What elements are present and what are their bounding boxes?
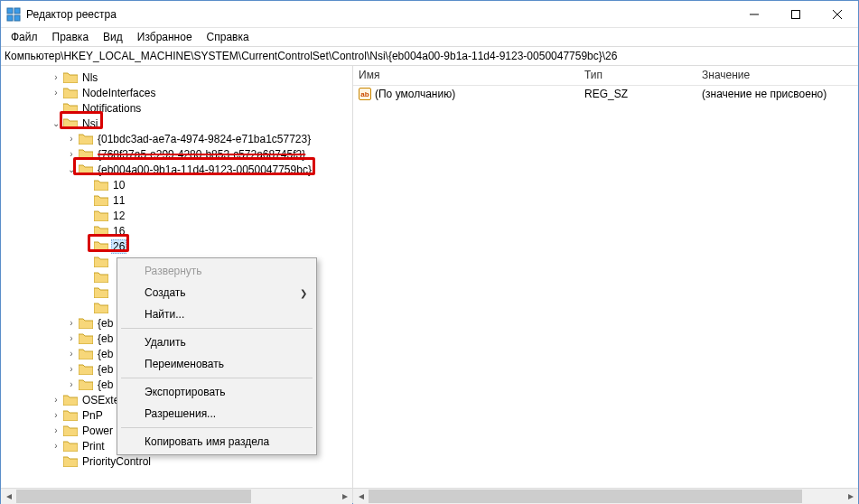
submenu-arrow-icon: ❯ [300,288,307,298]
scroll-left-icon[interactable]: ◂ [1,489,16,504]
tree-item[interactable]: ›Nls [1,70,352,85]
scroll-track[interactable] [16,489,337,504]
expand-icon[interactable]: › [64,149,79,159]
minimize-button[interactable] [733,1,775,27]
ctx-copy-key-name[interactable]: Копировать имя раздела [119,431,314,453]
expand-icon[interactable]: › [64,333,79,343]
tree-label: Power [80,425,115,437]
expand-icon[interactable]: › [64,364,79,374]
folder-icon [79,148,93,160]
expand-icon[interactable]: › [49,395,63,405]
expand-icon[interactable]: › [64,134,79,144]
folder-icon [79,332,93,344]
ctx-find[interactable]: Найти... [119,303,314,325]
svg-rect-5 [792,10,800,18]
folder-icon [63,455,78,467]
tree-item-nsi[interactable]: ⌄Nsi [1,116,352,131]
menu-file[interactable]: Файл [5,29,44,45]
list-view[interactable]: Имя Тип Значение ab(По умолчанию) REG_SZ… [353,66,858,488]
folder-icon [79,378,93,390]
col-name[interactable]: Имя [353,66,579,85]
tree-item[interactable]: Notifications [1,100,352,116]
folder-icon [63,102,78,114]
context-menu: Развернуть Создать❯ Найти... Удалить Пер… [117,257,317,455]
address-input[interactable] [5,50,854,62]
tree-label: {eb [96,378,115,391]
tree-label: {768f37a5-e299-4280-b853-c572a68745f3} [96,148,307,161]
tree-item[interactable]: 11 [1,192,352,208]
tree-label: {01bdc3ad-ae7a-4974-9824-e71ba1c57723} [96,133,313,145]
scroll-left-icon[interactable]: ◂ [353,489,369,504]
tree-label: 12 [111,210,126,222]
separator [121,427,313,428]
ctx-expand: Развернуть [119,260,314,282]
tree-label: 26 [111,239,126,254]
ctx-label: Разрешения... [145,407,216,420]
menu-help[interactable]: Справка [201,29,256,45]
tree-label: OSExte [80,394,121,406]
folder-icon [63,440,78,452]
scroll-right-icon[interactable]: ▸ [843,489,858,504]
close-button[interactable] [817,1,858,27]
tree-item-26[interactable]: 26 [1,238,352,254]
ctx-label: Экспортировать [145,386,226,398]
ctx-create[interactable]: Создать❯ [119,282,314,303]
folder-icon [94,179,108,191]
tree-label: Nls [80,71,99,84]
tree-item[interactable]: 12 [1,208,352,223]
maximize-button[interactable] [775,1,817,27]
tree-item[interactable]: ›{01bdc3ad-ae7a-4974-9824-e71ba1c57723} [1,131,352,146]
tree-item[interactable]: ›{768f37a5-e299-4280-b853-c572a68745f3} [1,146,352,162]
expand-icon[interactable]: › [49,441,63,451]
ctx-label: Развернуть [145,265,202,277]
ctx-label: Копировать имя раздела [145,435,269,448]
menu-favorites[interactable]: Избранное [131,29,199,45]
expand-icon[interactable]: › [49,72,63,82]
folder-icon [79,317,93,329]
ctx-permissions[interactable]: Разрешения... [119,403,314,425]
expand-icon[interactable]: › [49,88,63,98]
scroll-right-icon[interactable]: ▸ [337,489,352,504]
tree-item[interactable]: 16 [1,223,352,238]
menu-view[interactable]: Вид [97,29,129,45]
tree-view[interactable]: ›Nls ›NodeInterfaces Notifications ⌄Nsi … [1,66,353,488]
svg-rect-2 [7,15,13,21]
ctx-export[interactable]: Экспортировать [119,381,314,403]
expand-icon[interactable]: › [49,425,63,435]
tree-item[interactable]: PriorityControl [1,453,352,469]
collapse-icon[interactable]: ⌄ [64,164,79,174]
folder-icon [94,225,108,237]
expand-icon[interactable]: › [64,318,79,328]
titlebar: Редактор реестра [1,1,858,28]
tree-item[interactable]: 10 [1,177,352,192]
tree-label: {eb [96,348,115,360]
folder-icon [94,271,108,283]
tree-item-guid-open[interactable]: ⌄{eb004a00-9b1a-11d4-9123-0050047759bc} [1,162,352,177]
expand-icon[interactable]: › [64,349,79,359]
ctx-rename[interactable]: Переименовать [119,353,314,375]
ctx-delete[interactable]: Удалить [119,331,314,353]
col-value[interactable]: Значение [696,66,858,85]
folder-icon [94,256,108,267]
tree-label: Notifications [80,102,143,115]
scroll-thumb[interactable] [16,490,251,503]
tree-item[interactable]: ›NodeInterfaces [1,85,352,100]
tree-h-scrollbar[interactable]: ◂ ▸ [1,488,353,503]
expand-icon[interactable]: › [49,410,63,420]
collapse-icon[interactable]: ⌄ [49,118,63,128]
cell-name: (По умолчанию) [375,88,455,100]
folder-icon [79,163,93,175]
list-h-scrollbar[interactable]: ◂ ▸ [353,488,858,503]
col-type[interactable]: Тип [579,66,696,85]
folder-icon [94,240,108,252]
folder-icon [79,363,93,375]
tree-label: NodeInterfaces [80,87,157,99]
ctx-label: Найти... [145,308,184,321]
menu-edit[interactable]: Правка [46,29,96,45]
folder-icon [94,286,108,298]
tree-label: {eb004a00-9b1a-11d4-9123-0050047759bc} [96,163,313,176]
scroll-thumb[interactable] [369,490,802,503]
list-row[interactable]: ab(По умолчанию) REG_SZ (значение не при… [353,86,858,102]
expand-icon[interactable]: › [64,379,79,389]
scroll-track[interactable] [369,489,843,504]
